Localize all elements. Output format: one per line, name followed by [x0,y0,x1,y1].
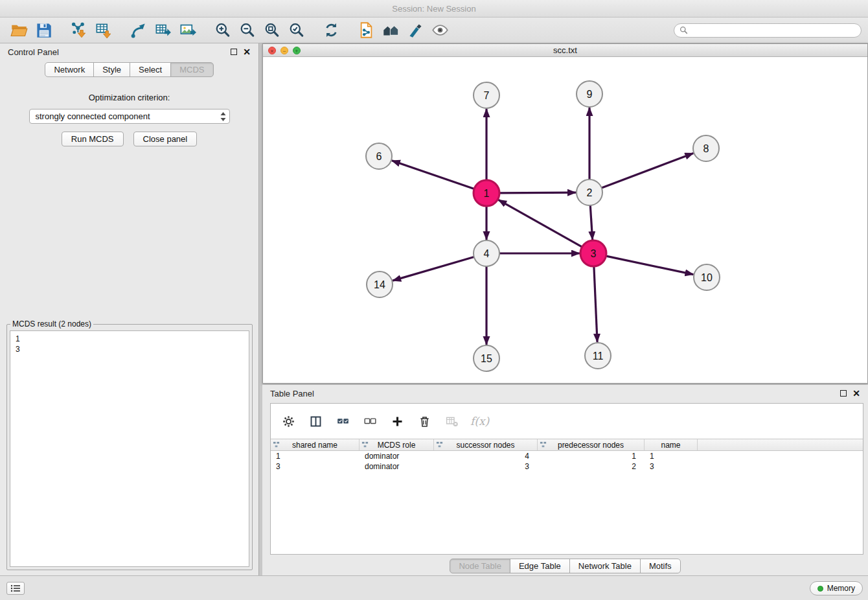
zoom-selected-button[interactable] [284,19,308,41]
close-panel-button[interactable]: Close panel [133,132,198,146]
network-from-file-button[interactable] [354,19,378,41]
table-row[interactable]: 3 dominator 3 2 3 [271,461,863,472]
home-button[interactable] [378,19,403,41]
cell-predecessor-nodes[interactable]: 1 [538,451,645,461]
select-all-icon [336,415,350,428]
column-header-predecessor-nodes[interactable]: predecessor nodes [538,439,645,450]
cell-predecessor-nodes[interactable]: 2 [538,461,645,472]
graph-edge-2-3[interactable] [590,205,592,240]
table-header-row: shared name MCDS role successor nodes pr… [271,439,863,451]
column-header-mcds-role[interactable]: MCDS role [360,439,434,450]
network-window-titlebar[interactable]: × − + scc.txt [263,44,867,57]
import-table-button[interactable] [91,19,115,41]
zoom-in-button[interactable] [210,19,234,41]
export-network-icon [130,21,147,39]
columns-icon [309,415,323,428]
tab-select[interactable]: Select [130,62,171,77]
graph-edge-3-1[interactable] [498,200,582,247]
task-history-button[interactable] [6,582,25,595]
export-table-icon [154,21,172,39]
close-table-panel-icon[interactable]: ✕ [852,390,860,397]
table-settings-button[interactable] [280,413,297,430]
column-header-name[interactable]: name [645,439,698,450]
export-image-button[interactable] [175,19,200,41]
close-panel-icon[interactable]: ✕ [243,49,251,55]
save-icon [35,21,52,39]
import-network-button[interactable] [66,19,91,41]
network-graph[interactable]: 7968124314101511 [263,57,867,383]
graph-edge-1-6[interactable] [392,161,474,189]
function-builder-label: f(x) [470,415,489,428]
search-box[interactable] [674,23,862,38]
cell-shared-name[interactable]: 1 [271,451,360,461]
tab-node-table[interactable]: Node Table [450,559,510,573]
tab-network-table[interactable]: Network Table [569,559,641,573]
zoom-out-button[interactable] [234,19,259,41]
tab-network[interactable]: Network [45,62,94,77]
float-table-panel-icon[interactable] [840,390,847,397]
graph-edge-4-14[interactable] [393,257,474,281]
graph-edge-3-11[interactable] [594,266,597,342]
zoom-fit-icon [263,21,280,39]
attribute-icon [540,441,547,448]
deselect-all-button[interactable] [361,413,378,430]
graph-node-label-4: 4 [484,248,490,259]
add-column-button[interactable] [389,413,405,430]
table-row[interactable]: 1 dominator 4 1 1 [271,451,863,461]
titlebar: Session: New Session [0,0,868,17]
folder-open-icon [10,21,28,39]
cell-successor-nodes[interactable]: 3 [434,461,538,472]
mcds-result-list[interactable]: 1 3 [10,330,249,567]
list-icon [10,584,21,592]
window-zoom-icon[interactable]: + [293,47,301,54]
graph-node-label-15: 15 [481,353,492,364]
cell-successor-nodes[interactable]: 4 [434,451,538,461]
select-all-button[interactable] [334,413,351,430]
window-title: Session: New Session [392,4,475,14]
export-table-button[interactable] [150,19,175,41]
show-columns-button[interactable] [307,413,324,430]
deselect-all-icon [363,415,377,428]
window-close-icon[interactable]: × [268,47,276,54]
cell-mcds-role[interactable]: dominator [360,461,434,472]
graph-node-label-1: 1 [484,188,490,199]
table-panel-header: Table Panel ✕ [262,385,868,402]
control-panel-title: Control Panel [8,47,59,57]
column-header-shared-name[interactable]: shared name [271,439,360,450]
graph-edge-1-2[interactable] [499,192,576,193]
tab-motifs[interactable]: Motifs [640,559,681,573]
cell-name[interactable]: 1 [645,451,698,461]
tab-mcds[interactable]: MCDS [170,62,213,77]
graph-node-label-14: 14 [374,279,385,290]
stepper-arrows-icon [220,111,227,122]
paintbrush-icon [407,21,424,39]
open-file-button[interactable] [6,19,31,41]
tab-edge-table[interactable]: Edge Table [510,559,570,573]
graph-edge-2-8[interactable] [602,153,694,188]
cell-shared-name[interactable]: 3 [271,461,360,472]
column-header-successor-nodes[interactable]: successor nodes [434,439,538,450]
memory-button[interactable]: Memory [810,581,863,595]
graph-node-label-11: 11 [593,351,604,362]
cell-name[interactable]: 3 [645,461,698,472]
show-hide-button[interactable] [428,19,452,41]
window-minimize-icon[interactable]: − [280,47,288,54]
cell-mcds-role[interactable]: dominator [360,451,434,461]
search-input[interactable] [691,26,856,35]
float-panel-icon[interactable] [231,49,237,55]
graph-edge-3-10[interactable] [606,256,694,275]
memory-status-icon [817,586,823,592]
export-network-button[interactable] [126,19,150,41]
delete-column-button[interactable] [416,413,433,430]
run-mcds-button[interactable]: Run MCDS [62,132,124,146]
document-network-icon [358,21,375,39]
style-button[interactable] [403,19,428,41]
plus-icon [391,415,404,428]
save-session-button[interactable] [31,19,56,41]
refresh-button[interactable] [319,19,343,41]
zoom-fit-button[interactable] [259,19,284,41]
optimization-criterion-select[interactable]: strongly connected component [29,109,230,124]
tab-style[interactable]: Style [93,62,130,77]
search-icon [680,26,688,34]
optimization-criterion-label: Optimization criterion: [0,93,258,102]
